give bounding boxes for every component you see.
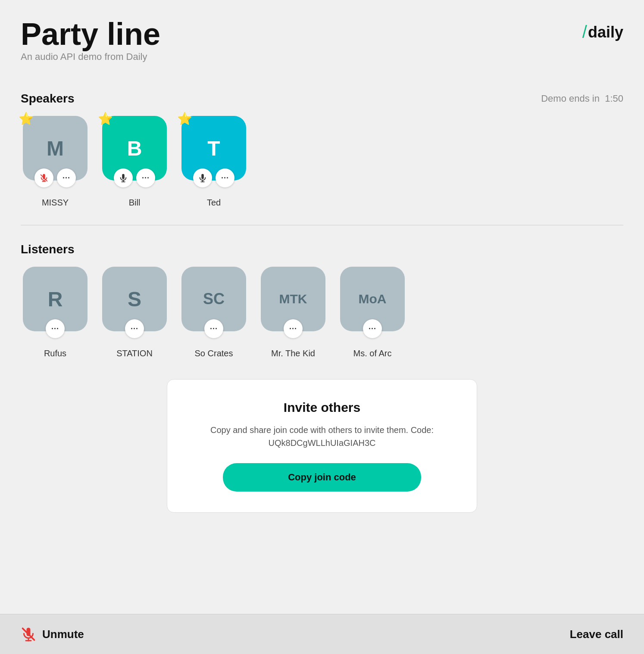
more-button-ted[interactable]: ··· <box>216 168 234 187</box>
speakers-section-header: Speakers Demo ends in 1:50 <box>21 92 623 106</box>
avatar-container-msofarc: MoA ··· <box>340 267 405 331</box>
avatar-initials-msofarc: MoA <box>359 292 387 306</box>
listeners-section: Listeners R ··· Rufus S <box>21 243 623 358</box>
listener-name-socrates: So Crates <box>195 349 233 358</box>
more-button-mrthekid[interactable]: ··· <box>284 319 303 338</box>
listener-card-station: S ··· STATION <box>100 267 169 358</box>
listener-card-msofarc: MoA ··· Ms. of Arc <box>338 267 407 358</box>
speaker-card-ted: T ⭐ ··· Ted <box>179 116 248 208</box>
speakers-label: Speakers <box>21 92 75 106</box>
star-badge-bill: ⭐ <box>98 112 113 126</box>
avatar-container-mrthekid: MTK ··· <box>261 267 325 331</box>
avatar-initials-mrthekid: MTK <box>279 292 307 306</box>
controls-station: ··· <box>125 319 144 338</box>
copy-join-code-button[interactable]: Copy join code <box>223 463 421 492</box>
speaker-name-ted: Ted <box>207 198 221 208</box>
speaker-card-bill: B ⭐ ··· Bill <box>100 116 169 208</box>
footer: Unmute Leave call <box>0 614 644 654</box>
demo-timer: Demo ends in 1:50 <box>541 93 623 104</box>
more-button-station[interactable]: ··· <box>125 319 144 338</box>
mute-button-missy[interactable] <box>34 168 53 187</box>
unmute-label: Unmute <box>42 628 84 641</box>
mic-icon-ted <box>198 173 207 183</box>
avatar-container-socrates: SC ··· <box>181 267 246 331</box>
listener-name-rufus: Rufus <box>44 349 66 358</box>
avatar-container-station: S ··· <box>102 267 167 331</box>
more-button-bill[interactable]: ··· <box>136 168 155 187</box>
page-header: Party line An audio API demo from Daily … <box>21 17 623 88</box>
listener-card-rufus: R ··· Rufus <box>21 267 90 358</box>
more-button-rufus[interactable]: ··· <box>46 319 65 338</box>
star-badge-ted: ⭐ <box>177 112 192 126</box>
timer-label: Demo ends in <box>541 93 600 104</box>
listeners-section-header: Listeners <box>21 243 623 256</box>
avatar-initials-ted: T <box>207 137 220 160</box>
controls-bill: ··· <box>114 168 155 187</box>
invite-description: Copy and share join code with others to … <box>188 424 456 449</box>
speaker-card-missy: M ⭐ ··· MISSY <box>21 116 90 208</box>
listeners-label: Listeners <box>21 243 75 256</box>
mic-button-ted[interactable] <box>193 168 212 187</box>
controls-msofarc: ··· <box>363 319 382 338</box>
mic-button-bill[interactable] <box>114 168 133 187</box>
listeners-row: R ··· Rufus S ··· STAT <box>21 267 623 358</box>
listener-name-mrthekid: Mr. The Kid <box>271 349 315 358</box>
unmute-button[interactable]: Unmute <box>21 626 84 642</box>
avatar-initials-missy: M <box>47 137 64 160</box>
speaker-name-bill: Bill <box>129 198 141 208</box>
avatar-initials-socrates: SC <box>203 290 225 308</box>
controls-socrates: ··· <box>204 319 223 338</box>
title-area: Party line An audio API demo from Daily <box>21 17 160 88</box>
more-button-socrates[interactable]: ··· <box>204 319 223 338</box>
controls-mrthekid: ··· <box>284 319 303 338</box>
svg-rect-2 <box>122 174 125 179</box>
invite-card: Invite others Copy and share join code w… <box>167 379 477 513</box>
muted-mic-icon <box>39 173 49 183</box>
muted-mic-footer-icon <box>21 626 36 642</box>
logo: /daily <box>582 22 623 42</box>
avatar-initials-station: S <box>128 287 141 311</box>
timer-value: 1:50 <box>605 93 623 104</box>
subtitle: An audio API demo from Daily <box>21 51 160 62</box>
page-title: Party line <box>21 17 160 51</box>
avatar-container-bill: B ⭐ ··· <box>102 116 167 181</box>
more-button-missy[interactable]: ··· <box>57 168 76 187</box>
controls-rufus: ··· <box>46 319 65 338</box>
leave-call-button[interactable]: Leave call <box>570 628 623 641</box>
speaker-name-missy: MISSY <box>42 198 69 208</box>
star-badge-missy: ⭐ <box>19 112 34 126</box>
svg-rect-5 <box>201 174 204 179</box>
mic-icon-bill <box>119 173 128 183</box>
logo-slash: / <box>582 22 587 42</box>
logo-text: daily <box>588 23 623 41</box>
section-divider <box>21 225 623 225</box>
more-button-msofarc[interactable]: ··· <box>363 319 382 338</box>
avatar-container-rufus: R ··· <box>23 267 88 331</box>
avatar-initials-bill: B <box>127 137 142 160</box>
listener-name-msofarc: Ms. of Arc <box>353 349 392 358</box>
controls-ted: ··· <box>193 168 234 187</box>
invite-title: Invite others <box>188 400 456 415</box>
listener-name-station: STATION <box>116 349 153 358</box>
listener-card-socrates: SC ··· So Crates <box>179 267 248 358</box>
controls-missy: ··· <box>34 168 76 187</box>
avatar-container-missy: M ⭐ ··· <box>23 116 88 181</box>
avatar-initials-rufus: R <box>48 287 63 311</box>
listener-card-mrthekid: MTK ··· Mr. The Kid <box>259 267 328 358</box>
speakers-row: M ⭐ ··· MISSY <box>21 116 623 208</box>
avatar-container-ted: T ⭐ ··· <box>181 116 246 181</box>
